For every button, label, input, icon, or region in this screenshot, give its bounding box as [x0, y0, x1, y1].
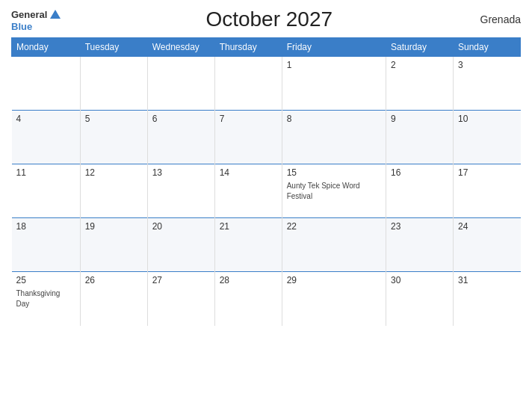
day-number: 14	[220, 167, 277, 178]
calendar-cell: 13	[147, 164, 214, 218]
calendar-cell: 29	[282, 272, 386, 326]
col-monday: Monday	[12, 38, 81, 57]
calendar-cell: 20	[147, 218, 214, 272]
day-number: 30	[391, 275, 448, 285]
day-number: 10	[458, 114, 516, 124]
day-number: 29	[287, 275, 381, 285]
day-number: 19	[85, 221, 143, 232]
calendar-cell: 9	[386, 111, 453, 164]
calendar-cell	[80, 57, 147, 111]
calendar-cell: 7	[214, 111, 282, 164]
day-number: 2	[391, 60, 448, 70]
calendar-table: Monday Tuesday Wednesday Thursday Friday…	[11, 37, 521, 326]
col-wednesday: Wednesday	[147, 38, 214, 57]
day-number: 26	[85, 275, 143, 285]
day-number: 16	[391, 167, 448, 178]
calendar-cell	[12, 57, 81, 111]
calendar-cell: 22	[282, 218, 386, 272]
logo-blue-text: Blue	[11, 22, 32, 31]
calendar-week-row: 123	[12, 57, 521, 111]
svg-marker-0	[50, 10, 61, 19]
day-number: 25	[16, 275, 75, 285]
calendar-cell: 3	[453, 57, 520, 111]
day-number: 3	[458, 60, 516, 70]
calendar-header-row: Monday Tuesday Wednesday Thursday Friday…	[12, 38, 521, 57]
calendar-cell: 8	[282, 111, 386, 164]
calendar-week-row: 45678910	[12, 111, 521, 164]
day-number: 9	[391, 114, 448, 124]
logo: General Blue	[11, 8, 62, 31]
calendar-cell: 16	[386, 164, 453, 218]
col-friday: Friday	[282, 38, 386, 57]
calendar-week-row: 18192021222324	[12, 218, 521, 272]
calendar-cell: 26	[80, 272, 147, 326]
calendar-cell	[214, 57, 282, 111]
day-number: 27	[152, 275, 210, 285]
calendar-cell	[147, 57, 214, 111]
day-number: 22	[287, 221, 381, 232]
day-number: 20	[152, 221, 210, 232]
calendar-cell: 19	[80, 218, 147, 272]
header: General Blue October 2027 Grenada	[11, 7, 521, 31]
day-number: 12	[85, 167, 143, 178]
calendar-cell: 28	[214, 272, 282, 326]
calendar-cell: 1	[282, 57, 386, 111]
day-number: 7	[220, 114, 277, 124]
logo-icon	[49, 8, 62, 22]
calendar-cell: 23	[386, 218, 453, 272]
day-number: 11	[16, 167, 75, 178]
calendar-cell: 18	[12, 218, 81, 272]
calendar-cell: 21	[214, 218, 282, 272]
calendar-cell: 17	[453, 164, 520, 218]
day-number: 28	[220, 275, 277, 285]
day-number: 4	[16, 114, 75, 124]
day-number: 18	[16, 221, 75, 232]
day-number: 6	[152, 114, 210, 124]
calendar-week-row: 25Thanksgiving Day262728293031	[12, 272, 521, 326]
calendar-cell: 14	[214, 164, 282, 218]
col-sunday: Sunday	[453, 38, 520, 57]
calendar-cell: 30	[386, 272, 453, 326]
calendar-cell: 6	[147, 111, 214, 164]
calendar-cell: 12	[80, 164, 147, 218]
day-number: 21	[220, 221, 277, 232]
day-number: 31	[458, 275, 516, 285]
calendar-cell: 2	[386, 57, 453, 111]
day-number: 24	[458, 221, 516, 232]
col-thursday: Thursday	[214, 38, 282, 57]
event-label: Aunty Tek Spice Word Festival	[287, 182, 360, 200]
day-number: 1	[287, 60, 381, 70]
day-number: 13	[152, 167, 210, 178]
day-number: 5	[85, 114, 143, 124]
col-saturday: Saturday	[386, 38, 453, 57]
month-title: October 2027	[62, 7, 476, 31]
calendar-cell: 25Thanksgiving Day	[12, 272, 81, 326]
calendar-cell: 31	[453, 272, 520, 326]
calendar-cell: 10	[453, 111, 520, 164]
day-number: 8	[287, 114, 381, 124]
day-number: 17	[458, 167, 516, 178]
calendar-page: General Blue October 2027 Grenada Monday…	[0, 0, 532, 411]
calendar-cell: 27	[147, 272, 214, 326]
calendar-week-row: 1112131415Aunty Tek Spice Word Festival1…	[12, 164, 521, 218]
logo-general-text: General	[11, 10, 47, 19]
calendar-cell: 5	[80, 111, 147, 164]
calendar-cell: 4	[12, 111, 81, 164]
calendar-cell: 15Aunty Tek Spice Word Festival	[282, 164, 386, 218]
calendar-cell: 24	[453, 218, 520, 272]
event-label: Thanksgiving Day	[16, 289, 61, 308]
day-number: 23	[391, 221, 448, 232]
country-label: Grenada	[476, 13, 521, 25]
day-number: 15	[287, 167, 381, 178]
calendar-cell: 11	[12, 164, 81, 218]
col-tuesday: Tuesday	[80, 38, 147, 57]
